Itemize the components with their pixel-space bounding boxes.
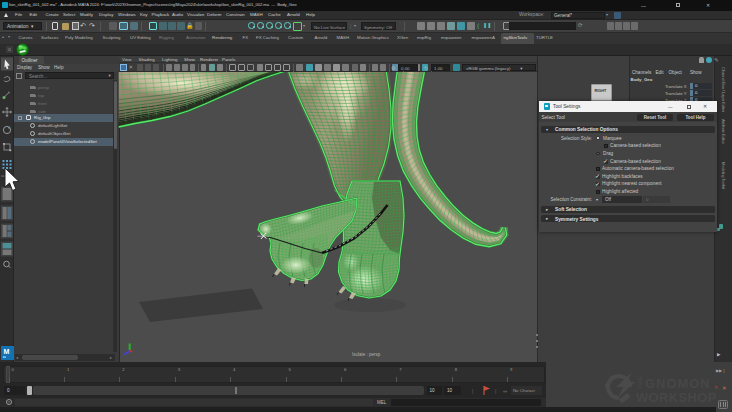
svg-text:WORKSHOP: WORKSHOP xyxy=(636,390,717,405)
svg-text:THE: THE xyxy=(636,376,643,389)
svg-text:GNOMON: GNOMON xyxy=(645,376,711,391)
